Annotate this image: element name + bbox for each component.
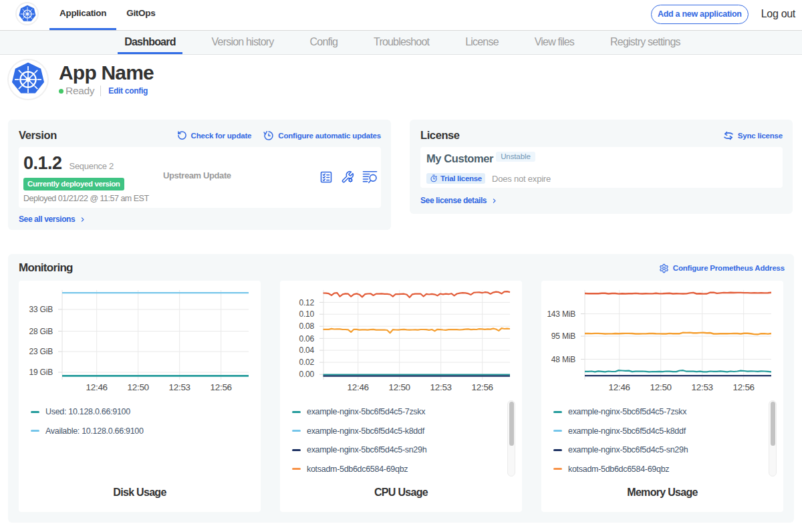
svg-text:0.08: 0.08 — [299, 321, 314, 331]
svg-text:0.12: 0.12 — [299, 298, 314, 307]
svg-text:0.00: 0.00 — [299, 370, 314, 379]
svg-text:0.06: 0.06 — [299, 334, 314, 344]
svg-text:48 MiB: 48 MiB — [551, 355, 575, 364]
svg-text:23 GiB: 23 GiB — [29, 347, 53, 356]
svg-text:33 GiB: 33 GiB — [29, 305, 53, 314]
svg-text:12:53: 12:53 — [169, 382, 190, 392]
svg-text:12:46: 12:46 — [348, 382, 369, 392]
svg-text:0.10: 0.10 — [299, 309, 314, 319]
svg-text:28 GiB: 28 GiB — [29, 327, 53, 336]
svg-text:12:56: 12:56 — [211, 382, 232, 392]
svg-text:12:50: 12:50 — [650, 382, 672, 392]
svg-text:12:46: 12:46 — [609, 382, 630, 392]
svg-text:12:53: 12:53 — [692, 382, 713, 392]
svg-text:95 MiB: 95 MiB — [551, 331, 575, 341]
svg-text:12:53: 12:53 — [430, 382, 452, 392]
svg-text:12:56: 12:56 — [472, 382, 493, 392]
svg-text:19 GiB: 19 GiB — [29, 368, 53, 377]
svg-text:12:56: 12:56 — [733, 382, 755, 392]
svg-text:12:46: 12:46 — [86, 382, 108, 392]
svg-text:12:50: 12:50 — [389, 382, 410, 392]
svg-text:0.04: 0.04 — [299, 346, 314, 355]
svg-text:12:50: 12:50 — [128, 382, 149, 392]
svg-text:0.02: 0.02 — [299, 358, 314, 367]
svg-text:143 MiB: 143 MiB — [547, 309, 575, 319]
